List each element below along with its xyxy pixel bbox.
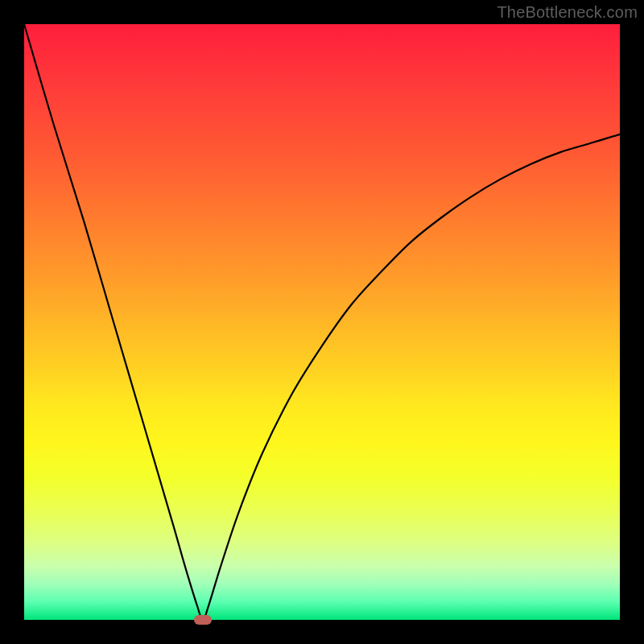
optimal-point-marker bbox=[194, 615, 212, 625]
watermark-text: TheBottleneck.com bbox=[497, 3, 638, 22]
chart-frame: TheBottleneck.com bbox=[0, 0, 644, 644]
bottleneck-curve bbox=[24, 24, 620, 620]
plot-area bbox=[24, 24, 620, 620]
